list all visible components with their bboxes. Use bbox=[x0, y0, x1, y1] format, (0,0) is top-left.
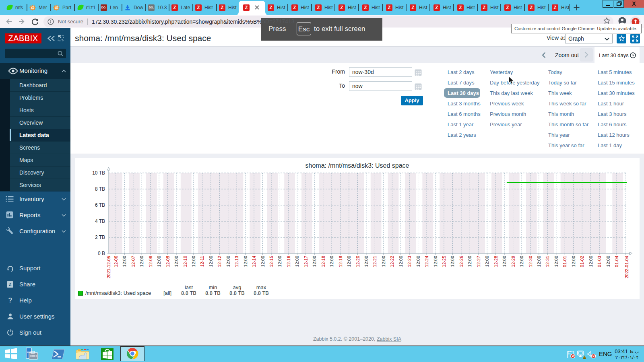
svg-text:12-08: 12-08 bbox=[148, 256, 153, 267]
svg-text:12:00: 12:00 bbox=[381, 256, 386, 267]
svg-text:2021-12-05: 2021-12-05 bbox=[106, 256, 111, 278]
svg-text:10 TB: 10 TB bbox=[92, 170, 105, 176]
svg-text:12-21: 12-21 bbox=[372, 256, 377, 267]
svg-text:12:00: 12:00 bbox=[329, 256, 334, 267]
svg-text:12:00: 12:00 bbox=[433, 256, 438, 267]
svg-text:01-03: 01-03 bbox=[597, 256, 602, 267]
svg-text:12:00: 12:00 bbox=[537, 256, 541, 267]
svg-text:12:00: 12:00 bbox=[208, 256, 213, 267]
svg-text:2 TB: 2 TB bbox=[95, 234, 105, 240]
svg-text:12:00: 12:00 bbox=[588, 256, 593, 267]
svg-text:12-31: 12-31 bbox=[545, 256, 550, 267]
svg-text:12-12: 12-12 bbox=[217, 256, 222, 267]
svg-text:12:00: 12:00 bbox=[416, 256, 421, 267]
svg-text:12-18: 12-18 bbox=[321, 256, 326, 267]
svg-text:12:00: 12:00 bbox=[398, 256, 403, 267]
svg-text:12:00: 12:00 bbox=[295, 256, 299, 267]
svg-text:12-29: 12-29 bbox=[511, 256, 516, 267]
svg-text:12-25: 12-25 bbox=[442, 256, 446, 267]
svg-text:12-11: 12-11 bbox=[200, 256, 204, 267]
svg-text:12-28: 12-28 bbox=[493, 256, 498, 267]
svg-text:12-17: 12-17 bbox=[303, 256, 308, 267]
svg-text:12:00: 12:00 bbox=[174, 256, 179, 267]
svg-text:12:00: 12:00 bbox=[450, 256, 455, 267]
svg-text:12:00: 12:00 bbox=[260, 256, 265, 267]
svg-text:12-22: 12-22 bbox=[390, 256, 394, 267]
svg-text:12-23: 12-23 bbox=[407, 256, 412, 267]
svg-text:12:00: 12:00 bbox=[191, 256, 196, 267]
svg-text:12:00: 12:00 bbox=[347, 256, 351, 267]
svg-text:12:00: 12:00 bbox=[139, 256, 144, 267]
svg-text:12:00: 12:00 bbox=[502, 256, 507, 267]
svg-text:12:00: 12:00 bbox=[554, 256, 559, 267]
svg-text:12:00: 12:00 bbox=[467, 256, 472, 267]
svg-text:12:00: 12:00 bbox=[277, 256, 282, 267]
svg-text:12:00: 12:00 bbox=[485, 256, 489, 267]
svg-text:12-19: 12-19 bbox=[338, 256, 343, 267]
svg-text:12:00: 12:00 bbox=[226, 256, 231, 267]
svg-text:12:00: 12:00 bbox=[519, 256, 524, 267]
svg-text:01-01: 01-01 bbox=[562, 256, 567, 267]
svg-text:12:00: 12:00 bbox=[606, 256, 611, 267]
svg-text:12:00: 12:00 bbox=[243, 256, 248, 267]
svg-text:12-20: 12-20 bbox=[355, 256, 360, 267]
svg-text:01-04: 01-04 bbox=[614, 256, 619, 267]
svg-text:8 TB: 8 TB bbox=[95, 186, 105, 192]
svg-text:12-24: 12-24 bbox=[424, 256, 429, 267]
svg-text:12-06: 12-06 bbox=[114, 256, 118, 267]
svg-text:12:00: 12:00 bbox=[571, 256, 576, 267]
svg-text:12-13: 12-13 bbox=[234, 256, 239, 267]
svg-text:12:00: 12:00 bbox=[312, 256, 317, 267]
svg-text:12:00: 12:00 bbox=[364, 256, 369, 267]
svg-text:6 TB: 6 TB bbox=[95, 202, 105, 208]
svg-text:4 TB: 4 TB bbox=[95, 218, 105, 224]
svg-text:12-27: 12-27 bbox=[476, 256, 481, 267]
svg-text:12-10: 12-10 bbox=[183, 256, 188, 267]
svg-text:12-07: 12-07 bbox=[131, 256, 136, 267]
svg-text:12:00: 12:00 bbox=[122, 256, 127, 267]
svg-text:12-15: 12-15 bbox=[269, 256, 274, 267]
svg-text:0 B: 0 B bbox=[98, 251, 105, 256]
svg-text:2022-01-04: 2022-01-04 bbox=[624, 256, 629, 278]
svg-text:12-09: 12-09 bbox=[165, 256, 170, 267]
svg-text:12:00: 12:00 bbox=[157, 256, 161, 267]
svg-text:01-02: 01-02 bbox=[580, 256, 584, 267]
svg-text:12-30: 12-30 bbox=[528, 256, 533, 267]
svg-text:12-26: 12-26 bbox=[459, 256, 464, 267]
svg-text:12-14: 12-14 bbox=[252, 256, 256, 267]
svg-text:12-16: 12-16 bbox=[286, 256, 291, 267]
